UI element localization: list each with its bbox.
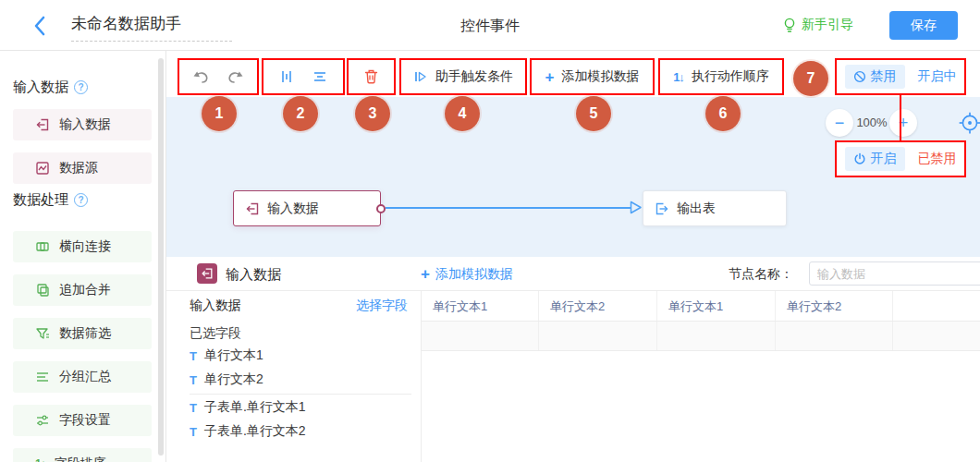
table-header-cell[interactable]: 单行文本2 [776,291,893,321]
input-import-icon [35,117,50,132]
node-label: 输出表 [677,201,716,217]
power-icon [853,152,866,165]
field-list-item[interactable]: T 单行文本1 [190,347,263,364]
toolbar-group-add-mock[interactable]: + 添加模拟数据 [530,58,655,95]
panel-body: 输入数据 选择字段 已选字段 T 单行文本1 T 单行文本2 T 子表单.单行文… [166,291,980,462]
toolbar-group-trigger[interactable]: 助手触发条件 [399,58,527,95]
horizontal-join-icon [35,239,50,254]
table-cell[interactable] [539,322,657,350]
table-cell[interactable] [422,322,539,350]
align-horizontal-icon[interactable] [312,69,327,84]
node-input-data[interactable]: 输入数据 [233,190,381,226]
annotation-badge-5: 5 [576,96,611,131]
text-type-icon: T [190,373,197,387]
annotation-badge-2: 2 [283,96,318,131]
main-area: 助手触发条件 + 添加模拟数据 1↓ 执行动作顺序 禁用 开启中 1 2 3 4… [166,51,980,462]
enable-label: 开启 [871,151,897,167]
document-title[interactable]: 未命名数据助手 [71,13,232,42]
toolbar: 助手触发条件 + 添加模拟数据 1↓ 执行动作顺序 禁用 开启中 [166,51,980,97]
sidebar-item-label: 数据筛选 [59,325,111,342]
toolbar-group-enable-toggle: 禁用 开启中 [835,58,966,95]
beginner-guide-label: 新手引导 [802,17,853,33]
datasource-icon [35,161,50,176]
redo-icon[interactable] [226,69,244,84]
annotation-box-enable-toggle: 开启 已禁用 [835,140,966,177]
field-list-item[interactable]: T 子表单.单行文本1 [190,399,306,416]
sidebar-item-input-data[interactable]: 输入数据 [13,109,152,140]
zoom-out-button[interactable]: − [826,109,853,137]
sidebar-item-label: 分组汇总 [59,369,111,385]
table-cell[interactable] [657,322,776,350]
align-vertical-icon[interactable] [279,69,294,84]
trigger-play-icon [413,69,428,84]
action-order-label: 执行动作顺序 [692,68,769,85]
annotation-connector-line [900,95,901,141]
add-mock-data-link[interactable]: + 添加模拟数据 [421,257,513,291]
help-icon[interactable]: ? [74,193,88,207]
zoom-in-button[interactable]: + [889,109,917,137]
add-mock-label: 添加模拟数据 [561,68,639,85]
toolbar-group-action-order[interactable]: 1↓ 执行动作顺序 [658,58,784,95]
add-mock-label: 添加模拟数据 [435,266,513,283]
node-label: 输入数据 [267,201,319,217]
zoom-level: 100% [855,109,888,137]
table-header-cell[interactable]: 单行文本1 [422,291,539,321]
trash-icon[interactable] [363,68,379,85]
section-title: 数据处理 [13,191,68,209]
trigger-label: 助手触发条件 [435,68,513,85]
field-label: 子表单.单行文本2 [204,423,306,440]
field-label: 单行文本2 [204,371,263,388]
sidebar-item-label: 输入数据 [59,116,111,133]
table-header-cell[interactable]: 单行文本2 [539,291,657,321]
annotation-badge-1: 1 [202,96,237,131]
table-cell[interactable] [776,322,893,350]
field-label: 子表单.单行文本1 [204,399,306,416]
sidebar-item-datasource[interactable]: 数据源 [13,152,152,184]
field-label: 单行文本1 [204,347,263,364]
disabled-status-label[interactable]: 已禁用 [918,151,957,167]
plus-icon: + [421,266,430,282]
top-bar: 未命名数据助手 控件事件 新手引导 保存 [0,0,980,51]
sidebar-item-group-summary[interactable]: 分组汇总 [13,361,152,393]
node-name-input[interactable] [809,261,980,286]
undo-icon[interactable] [192,69,211,84]
sidebar-item-data-filter[interactable]: 数据筛选 [13,318,152,349]
sidebar-item-field-settings[interactable]: 字段设置 [13,405,152,436]
back-icon[interactable] [33,16,46,36]
input-node-badge-icon [197,263,217,284]
enable-button[interactable]: 开启 [845,147,905,171]
select-fields-link[interactable]: 选择字段 [356,298,408,314]
node-output-port[interactable] [376,204,386,213]
sidebar-item-label: 字段设置 [59,412,111,429]
mock-data-table: 单行文本1 单行文本2 单行文本1 单行文本2 [421,291,980,462]
sidebar-item-label: 数据源 [59,160,98,176]
plus-icon: + [545,69,555,85]
annotation-badge-6: 6 [705,96,741,131]
panel-header: 输入数据 + 添加模拟数据 节点名称： [166,257,980,291]
enabled-status-label[interactable]: 开启中 [918,68,957,85]
table-header-cell[interactable]: 单行文本1 [657,291,776,321]
sidebar-scrollbar[interactable] [158,58,164,456]
node-input-icon [245,201,260,216]
sidebar-item-field-sort[interactable]: 1↓ 字段排序 [13,448,152,462]
sidebar-item-label: 追加合并 [59,282,111,298]
field-settings-icon [35,413,50,428]
disable-button[interactable]: 禁用 [845,65,905,89]
section-title: 输入数据 [13,79,68,96]
table-row[interactable] [422,322,980,351]
lightbulb-icon [782,17,797,33]
sidebar-item-append-merge[interactable]: 追加合并 [13,274,152,306]
node-output-table[interactable]: 输出表 [643,190,787,226]
edge-arrowhead-icon [630,201,643,214]
text-type-icon: T [190,425,197,439]
flow-edge [386,207,631,209]
sidebar-section-data-processing: 数据处理 ? [13,191,88,209]
field-list-item[interactable]: T 子表单.单行文本2 [190,423,306,440]
beginner-guide-link[interactable]: 新手引导 [782,17,853,33]
sidebar-item-horizontal-join[interactable]: 横向连接 [13,231,152,262]
locate-target-icon[interactable] [958,111,980,135]
ban-icon [853,70,866,83]
help-icon[interactable]: ? [74,80,88,94]
field-list-item[interactable]: T 单行文本2 [190,371,263,388]
save-button[interactable]: 保存 [889,11,958,40]
